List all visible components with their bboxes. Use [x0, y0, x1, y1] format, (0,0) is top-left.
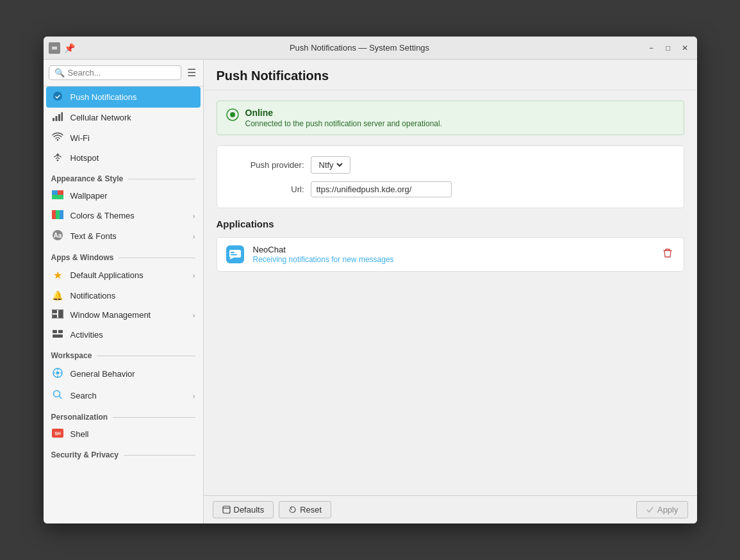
sidebar-item-label: Window Management [70, 310, 186, 320]
chevron-right-icon: › [193, 272, 195, 279]
sidebar: 🔍 ☰ Push Notifications [44, 60, 204, 523]
close-button[interactable]: ✕ [678, 41, 692, 55]
wifi-icon [51, 132, 64, 144]
section-security-privacy: Security & Privacy [44, 444, 203, 462]
svg-rect-7 [61, 112, 63, 121]
online-status-icon [226, 108, 239, 124]
sidebar-item-push-notifications[interactable]: Push Notifications [46, 86, 201, 108]
sidebar-item-colors-themes[interactable]: Colors & Themes › [44, 206, 203, 226]
search-icon: 🔍 [54, 68, 65, 78]
defaults-button[interactable]: Defaults [213, 501, 274, 518]
url-row: Url: [227, 181, 673, 197]
svg-rect-21 [53, 310, 57, 313]
activities-icon [51, 329, 64, 340]
settings-grid: Push provider: Ntfy Url: [217, 145, 684, 208]
svg-point-3 [53, 92, 62, 101]
section-apps-windows: Apps & Windows [44, 247, 203, 265]
svg-point-8 [56, 139, 58, 141]
window-controls: − □ ✕ [645, 41, 692, 55]
search-input-wrap: 🔍 [49, 65, 181, 80]
neochat-app-name: NeoChat [253, 245, 652, 254]
neochat-app-description: Receiving notifications for new messages [253, 255, 652, 264]
sidebar-item-label: Hotspot [70, 153, 195, 163]
sidebar-item-wallpaper[interactable]: Wallpaper [44, 186, 203, 206]
hamburger-button[interactable]: ☰ [185, 65, 198, 81]
colors-themes-icon [51, 210, 64, 221]
maximize-button[interactable]: □ [661, 41, 675, 55]
url-label: Url: [227, 185, 311, 194]
section-personalization: Personalization [44, 406, 203, 424]
chevron-right-icon: › [193, 233, 195, 240]
main-content: Push Notifications Online Connected to t… [204, 60, 697, 523]
sidebar-item-label: Text & Fonts [70, 231, 186, 241]
pin-button[interactable]: 📌 [64, 43, 75, 53]
push-provider-dropdown[interactable]: Ntfy [317, 160, 345, 170]
delete-app-button[interactable] [659, 247, 676, 262]
sidebar-item-label: Wallpaper [70, 191, 195, 201]
sidebar-item-wifi[interactable]: Wi-Fi [44, 128, 203, 148]
push-provider-select-box[interactable]: Ntfy [311, 156, 350, 174]
sidebar-item-label: Search [70, 391, 186, 400]
window-title: Push Notifications — System Settings [75, 43, 645, 53]
sidebar-item-general-behavior[interactable]: General Behavior [44, 363, 203, 385]
sidebar-item-search[interactable]: Search › [44, 385, 203, 406]
shell-icon: SH [51, 429, 64, 440]
chevron-right-icon: › [193, 311, 195, 319]
svg-rect-41 [231, 252, 234, 253]
push-provider-label: Push provider: [227, 160, 311, 170]
sidebar-item-label: Notifications [70, 291, 195, 301]
svg-rect-24 [53, 330, 57, 333]
wallpaper-icon [51, 190, 64, 201]
content-area: 🔍 ☰ Push Notifications [44, 60, 697, 523]
window-management-icon [51, 309, 64, 320]
titlebar: 📌 Push Notifications — System Settings −… [44, 37, 697, 60]
svg-rect-6 [58, 114, 60, 121]
sidebar-item-activities[interactable]: Activities [44, 325, 203, 345]
sidebar-item-notifications[interactable]: 🔔 Notifications [44, 286, 203, 305]
push-provider-row: Push provider: Ntfy [227, 156, 673, 174]
general-behavior-icon [51, 367, 64, 381]
url-input[interactable] [311, 181, 452, 197]
minimize-button[interactable]: − [645, 41, 659, 55]
push-provider-control: Ntfy [311, 156, 350, 174]
search-input[interactable] [68, 68, 176, 78]
svg-point-28 [56, 372, 59, 375]
star-icon: ★ [51, 269, 64, 281]
svg-text:Aa: Aa [53, 232, 62, 239]
sidebar-item-window-management[interactable]: Window Management › [44, 305, 203, 325]
status-text: Online Connected to the push notificatio… [245, 108, 443, 128]
search-sidebar-icon [51, 390, 64, 402]
main-page-title: Push Notifications [204, 60, 697, 90]
svg-rect-23 [58, 310, 63, 318]
sidebar-nav: Push Notifications Cellular Network Wi-F… [44, 86, 203, 523]
sidebar-item-label: Push Notifications [70, 92, 195, 102]
sidebar-item-text-fonts[interactable]: Aa Text & Fonts › [44, 226, 203, 247]
reset-button[interactable]: Reset [279, 501, 331, 518]
chevron-right-icon: › [193, 212, 195, 220]
push-notifications-icon [51, 91, 64, 103]
sidebar-item-label: Colors & Themes [70, 211, 186, 220]
applications-title: Applications [217, 218, 684, 229]
titlebar-left: 📌 [49, 42, 75, 54]
bell-icon: 🔔 [51, 290, 64, 301]
sidebar-item-default-applications[interactable]: ★ Default Applications › [44, 265, 203, 286]
apply-button[interactable]: Apply [636, 501, 688, 518]
url-control [311, 181, 452, 197]
svg-point-38 [230, 112, 235, 117]
cellular-icon [51, 112, 64, 123]
svg-rect-5 [55, 116, 57, 121]
sidebar-item-cellular-network[interactable]: Cellular Network [44, 108, 203, 128]
svg-rect-13 [58, 190, 63, 195]
status-description: Connected to the push notification serve… [245, 119, 443, 128]
main-window: 📌 Push Notifications — System Settings −… [44, 37, 697, 523]
sidebar-item-hotspot[interactable]: Hotspot [44, 148, 203, 168]
sidebar-item-label: Activities [70, 330, 195, 340]
text-fonts-icon: Aa [51, 230, 64, 242]
bottom-bar: Defaults Reset Apply [204, 495, 697, 523]
svg-rect-4 [53, 118, 54, 121]
app-icon [49, 42, 60, 54]
neochat-app-icon [225, 244, 245, 265]
svg-rect-22 [53, 315, 57, 318]
sidebar-item-shell[interactable]: SH Shell [44, 424, 203, 444]
search-bar: 🔍 ☰ [44, 60, 203, 86]
